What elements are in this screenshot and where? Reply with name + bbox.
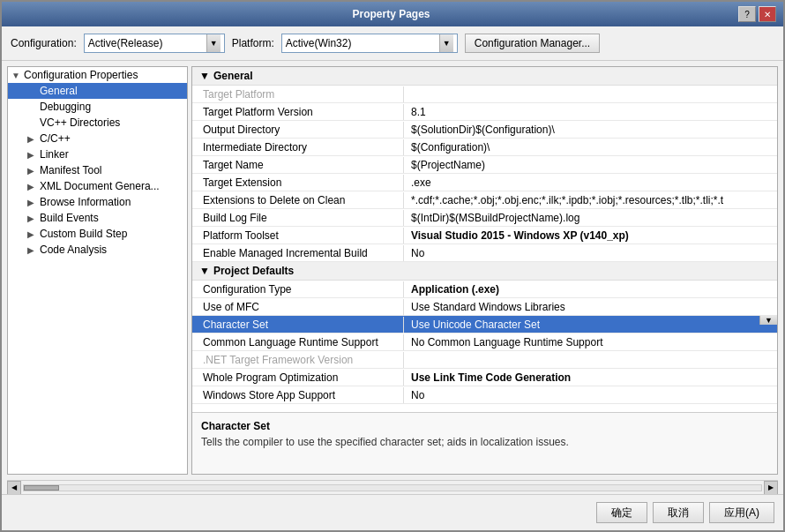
- sidebar-label-code-analysis: Code Analysis: [40, 244, 107, 256]
- prop-value-windows-store: No: [404, 387, 777, 403]
- prop-value-platform-toolset: Visual Studio 2015 - Windows XP (v140_xp…: [404, 228, 777, 244]
- prop-row-character-set[interactable]: Character SetUse Unicode Character Set▼: [192, 316, 777, 333]
- prop-row-ext-delete[interactable]: Extensions to Delete on Clean*.cdf;*.cac…: [192, 191, 777, 209]
- scroll-track[interactable]: [23, 484, 762, 491]
- scroll-right-btn[interactable]: ▶: [764, 481, 778, 495]
- left-panel: ▼Configuration PropertiesGeneralDebuggin…: [7, 66, 188, 475]
- prop-row-windows-store[interactable]: Windows Store App SupportNo: [192, 386, 777, 404]
- section-expand-general[interactable]: ▼: [199, 70, 210, 82]
- sidebar-item-c-cpp[interactable]: ▶C/C++: [8, 131, 187, 146]
- prop-row-net-target[interactable]: .NET Target Framework Version: [192, 351, 777, 369]
- sidebar-item-code-analysis[interactable]: ▶Code Analysis: [8, 242, 187, 258]
- prop-row-target-name[interactable]: Target Name$(ProjectName): [192, 156, 777, 174]
- expand-icon-browse-info: ▶: [27, 198, 40, 207]
- sidebar-label-custom-build: Custom Build Step: [40, 228, 127, 240]
- prop-name-target-platform-ver: Target Platform Version: [192, 104, 404, 120]
- prop-name-platform-toolset: Platform Toolset: [192, 228, 404, 244]
- main-content: ▼Configuration PropertiesGeneralDebuggin…: [2, 61, 783, 480]
- prop-value-target-platform-ver: 8.1: [404, 104, 777, 120]
- prop-name-character-set: Character Set: [192, 317, 404, 333]
- scroll-left-btn[interactable]: ◀: [7, 481, 21, 495]
- prop-row-build-log[interactable]: Build Log File$(IntDir)$(MSBuildProjectN…: [192, 209, 777, 227]
- sidebar-item-build-events[interactable]: ▶Build Events: [8, 210, 187, 226]
- prop-row-target-platform[interactable]: Target Platform: [192, 86, 777, 103]
- config-value: Active(Release): [88, 37, 163, 49]
- sidebar-item-custom-build[interactable]: ▶Custom Build Step: [8, 226, 187, 242]
- sidebar-label-browse-info: Browse Information: [40, 196, 131, 208]
- config-combo-arrow: ▼: [206, 34, 221, 52]
- expand-icon-xml-doc: ▶: [27, 182, 40, 191]
- ok-button[interactable]: 确定: [596, 502, 647, 523]
- prop-dropdown-character-set[interactable]: ▼: [759, 316, 777, 325]
- sidebar-item-browse-info[interactable]: ▶Browse Information: [8, 194, 187, 210]
- prop-name-windows-store: Windows Store App Support: [192, 387, 404, 403]
- right-panel: ▼GeneralTarget PlatformTarget Platform V…: [191, 66, 778, 475]
- prop-row-target-platform-ver[interactable]: Target Platform Version8.1: [192, 103, 777, 121]
- sidebar-label-debugging: Debugging: [40, 101, 91, 113]
- expand-icon-build-events: ▶: [27, 214, 40, 223]
- sidebar-item-vc-dirs[interactable]: VC++ Directories: [8, 115, 187, 131]
- bottom-buttons: 确定 取消 应用(A): [2, 494, 783, 530]
- section-label-general: General: [213, 70, 253, 82]
- sidebar-label-manifest-tool: Manifest Tool: [40, 164, 101, 176]
- prop-row-target-ext[interactable]: Target Extension.exe: [192, 174, 777, 191]
- config-manager-button[interactable]: Configuration Manager...: [465, 34, 600, 53]
- help-button[interactable]: ?: [738, 6, 756, 22]
- description-panel: Character Set Tells the compiler to use …: [192, 412, 777, 474]
- prop-name-config-type: Configuration Type: [192, 281, 404, 297]
- sidebar-item-xml-doc[interactable]: ▶XML Document Genera...: [8, 178, 187, 194]
- prop-name-target-platform: Target Platform: [192, 86, 404, 102]
- dialog: Property Pages ? ✕ Configuration: Active…: [0, 0, 785, 532]
- prop-row-enable-managed[interactable]: Enable Managed Incremental BuildNo: [192, 244, 777, 262]
- sidebar-label-c-cpp: C/C++: [40, 132, 71, 145]
- prop-value-use-mfc: Use Standard Windows Libraries: [404, 299, 777, 315]
- cancel-button[interactable]: 取消: [653, 502, 704, 523]
- sidebar-item-manifest-tool[interactable]: ▶Manifest Tool: [8, 162, 187, 178]
- sidebar-item-debugging[interactable]: Debugging: [8, 99, 187, 115]
- sidebar-label-general: General: [40, 85, 78, 97]
- prop-value-output-dir: $(SolutionDir)$(Configuration)\: [404, 122, 777, 138]
- expand-icon-custom-build: ▶: [27, 229, 40, 239]
- platform-label: Platform:: [232, 37, 274, 49]
- prop-row-use-mfc[interactable]: Use of MFCUse Standard Windows Libraries: [192, 298, 777, 316]
- prop-name-net-target: .NET Target Framework Version: [192, 352, 404, 368]
- prop-name-intermediate-dir: Intermediate Directory: [192, 139, 404, 155]
- description-title: Character Set: [201, 420, 768, 432]
- section-header-general: ▼General: [192, 67, 777, 86]
- close-button[interactable]: ✕: [759, 6, 776, 22]
- prop-value-build-log: $(IntDir)$(MSBuildProjectName).log: [404, 210, 777, 226]
- prop-value-net-target: [404, 358, 777, 362]
- prop-row-whole-program[interactable]: Whole Program OptimizationUse Link Time …: [192, 369, 777, 386]
- prop-value-character-set: Use Unicode Character Set: [404, 317, 759, 333]
- property-grid: ▼GeneralTarget PlatformTarget Platform V…: [192, 67, 777, 412]
- prop-row-output-dir[interactable]: Output Directory$(SolutionDir)$(Configur…: [192, 121, 777, 139]
- section-expand-project-defaults[interactable]: ▼: [199, 265, 210, 277]
- sidebar-item-linker[interactable]: ▶Linker: [8, 146, 187, 162]
- prop-value-target-ext: .exe: [404, 175, 777, 191]
- toolbar: Configuration: Active(Release) ▼ Platfor…: [2, 26, 783, 61]
- apply-button[interactable]: 应用(A): [709, 502, 774, 523]
- prop-name-target-ext: Target Extension: [192, 175, 404, 191]
- sidebar-label-build-events: Build Events: [40, 212, 99, 224]
- expand-icon-c-cpp: ▶: [27, 134, 40, 144]
- prop-row-intermediate-dir[interactable]: Intermediate Directory$(Configuration)\: [192, 139, 777, 156]
- sidebar-item-general[interactable]: General: [8, 83, 187, 99]
- config-label: Configuration:: [11, 37, 77, 49]
- title-bar-title: Property Pages: [44, 8, 738, 20]
- sidebar-label-vc-dirs: VC++ Directories: [40, 116, 120, 129]
- prop-row-config-type[interactable]: Configuration TypeApplication (.exe): [192, 281, 777, 298]
- section-label-project-defaults: Project Defaults: [213, 265, 294, 277]
- expand-icon-manifest-tool: ▶: [27, 166, 40, 176]
- sidebar-label-config-properties: Configuration Properties: [24, 69, 138, 81]
- prop-row-platform-toolset[interactable]: Platform ToolsetVisual Studio 2015 - Win…: [192, 227, 777, 244]
- config-combo[interactable]: Active(Release) ▼: [84, 34, 225, 53]
- prop-value-target-name: $(ProjectName): [404, 157, 777, 173]
- prop-value-enable-managed: No: [404, 245, 777, 261]
- scroll-thumb[interactable]: [24, 485, 59, 491]
- sidebar-item-config-properties[interactable]: ▼Configuration Properties: [8, 67, 187, 83]
- horizontal-scrollbar[interactable]: ◀ ▶: [7, 480, 778, 494]
- prop-value-intermediate-dir: $(Configuration)\: [404, 139, 777, 155]
- prop-row-clr-support[interactable]: Common Language Runtime SupportNo Common…: [192, 333, 777, 351]
- prop-name-build-log: Build Log File: [192, 210, 404, 226]
- platform-combo[interactable]: Active(Win32) ▼: [281, 34, 458, 53]
